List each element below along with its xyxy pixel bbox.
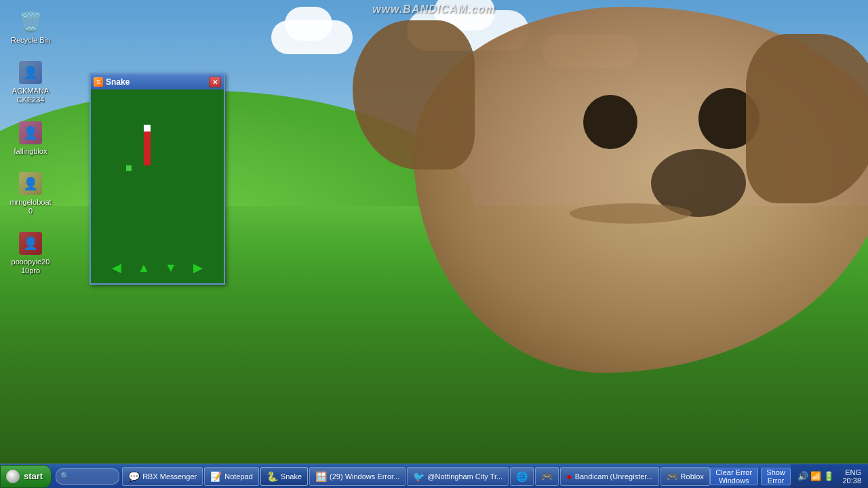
taskbar-right-buttons: Clear Error Windows Show Error [710,468,791,485]
taskbar-item-windows-error[interactable]: 🪟 (29) Windows Error... [309,467,406,486]
start-orb-icon [6,470,20,483]
taskbar-item-snake[interactable]: 🐍 Snake [260,467,308,486]
system-tray: 🔊 📶 🔋 ENG 20:38 [791,464,868,488]
mrngelo-label: mrngeloboat0 [9,198,52,216]
snake-food [126,165,132,171]
windows-error-label: (29) Windows Error... [330,472,399,481]
snake-head [144,125,151,131]
nottingham-label: @Nottingham City Tr... [427,472,502,481]
snake-body-2 [144,138,151,145]
taskbar-item-browser[interactable]: 🌐 [510,467,534,486]
snake-window: S Snake ✕ ◀ ▲ ▼ ▶ [90,73,225,285]
language-indicator: ENG [842,468,861,476]
tray-icon-2: 📶 [810,471,821,481]
recycle-bin-label: Recycle Bin [11,36,50,45]
mrngelo-icon: 👤 [18,171,43,196]
snake-game-area [91,89,224,252]
taskbar-item-steam[interactable]: 🎮 [535,467,559,486]
snake-taskbar-icon: 🐍 [267,471,278,482]
roblox-taskbar-icon: 🎮 [667,471,678,482]
fallingblox-icon: 👤 [18,121,43,145]
browser-icon: 🌐 [516,471,528,482]
taskbar-item-nottingham[interactable]: 🐦 @Nottingham City Tr... [407,467,509,486]
windows-error-icon: 🪟 [315,471,327,482]
steam-icon: 🎮 [541,471,553,482]
taskbar: start 🔍 💬 RBX Messenger 📝 Notepad 🐍 Snak… [0,464,868,488]
taskbar-item-bandicam[interactable]: ● Bandicam (Unregister... [560,467,658,486]
recycle-bin-icon: 🗑️ [18,9,43,34]
system-clock: ENG 20:38 [840,468,864,485]
snake-body-1 [144,131,151,138]
direction-up-button[interactable]: ▲ [133,258,155,278]
pooopyie-icon: 👤 [18,231,43,256]
snake-taskbar-label: Snake [281,472,302,481]
direction-down-button[interactable]: ▼ [160,258,182,278]
snake-body-3 [144,145,151,152]
pooopyie-label: pooopyie2010pro [9,258,52,275]
notepad-icon: 📝 [210,471,222,482]
direction-controls: ◀ ▲ ▼ ▶ [91,252,224,283]
ackmanacke-icon: 👤 [18,60,43,85]
direction-right-button[interactable]: ▶ [187,258,209,278]
taskbar-items: 💬 RBX Messenger 📝 Notepad 🐍 Snake 🪟 (29)… [122,467,710,486]
search-icon: 🔍 [60,472,70,481]
bandicam-watermark: www.BANDICAM.com [372,3,496,16]
taskbar-item-rbx-messenger[interactable]: 💬 RBX Messenger [122,467,203,486]
show-error-button[interactable]: Show Error [761,468,791,485]
snake-window-icon: S [94,77,103,87]
clear-error-button[interactable]: Clear Error Windows [710,468,758,485]
tray-icons: 🔊 📶 🔋 [795,471,837,481]
tray-icon-3: 🔋 [823,471,834,481]
taskbar-search[interactable]: 🔍 [56,468,119,485]
time-display: 20:38 [842,476,861,485]
bandicam-icon: ● [566,471,572,482]
snake-titlebar[interactable]: S Snake ✕ [91,75,224,89]
fallingblox-label: fallingblox [14,147,47,156]
tray-icon-1: 🔊 [797,471,808,481]
pug-wrinkle [570,203,692,224]
snake-body-4 [144,152,151,159]
nottingham-icon: 🐦 [413,471,425,482]
desktop-icons: 🗑️ Recycle Bin 👤 ACKMANACKE234 👤 falling… [7,7,54,279]
snake-body-5 [144,159,151,165]
ackmanacke-label: ACKMANACKE234 [9,87,52,104]
pug-decoration [339,0,868,386]
pug-eye-left [583,95,637,149]
desktop-icon-recycle-bin[interactable]: 🗑️ Recycle Bin [7,7,54,47]
snake-close-button[interactable]: ✕ [209,77,221,87]
desktop-icon-mrngelo[interactable]: 👤 mrngeloboat0 [7,169,54,218]
desktop-icon-ackmanacke[interactable]: 👤 ACKMANACKE234 [7,58,54,107]
pug-ear-right [746,34,868,203]
pug-ear-left [353,20,475,169]
start-label: start [24,471,43,481]
desktop-icon-pooopyie[interactable]: 👤 pooopyie2010pro [7,228,54,278]
taskbar-item-roblox[interactable]: 🎮 Roblox [660,467,710,486]
rbx-messenger-icon: 💬 [128,471,140,482]
rbx-messenger-label: RBX Messenger [142,472,197,481]
snake-window-title: Snake [106,77,130,87]
desktop: www.BANDICAM.com 🗑️ Recycle Bin 👤 ACKMAN… [0,0,868,488]
notepad-label: Notepad [224,472,253,481]
roblox-taskbar-label: Roblox [681,472,704,481]
desktop-icon-fallingblox[interactable]: 👤 fallingblox [7,118,54,159]
taskbar-item-notepad[interactable]: 📝 Notepad [204,467,259,486]
direction-left-button[interactable]: ◀ [106,258,127,278]
bandicam-label: Bandicam (Unregister... [575,472,653,481]
start-button[interactable]: start [0,465,52,488]
